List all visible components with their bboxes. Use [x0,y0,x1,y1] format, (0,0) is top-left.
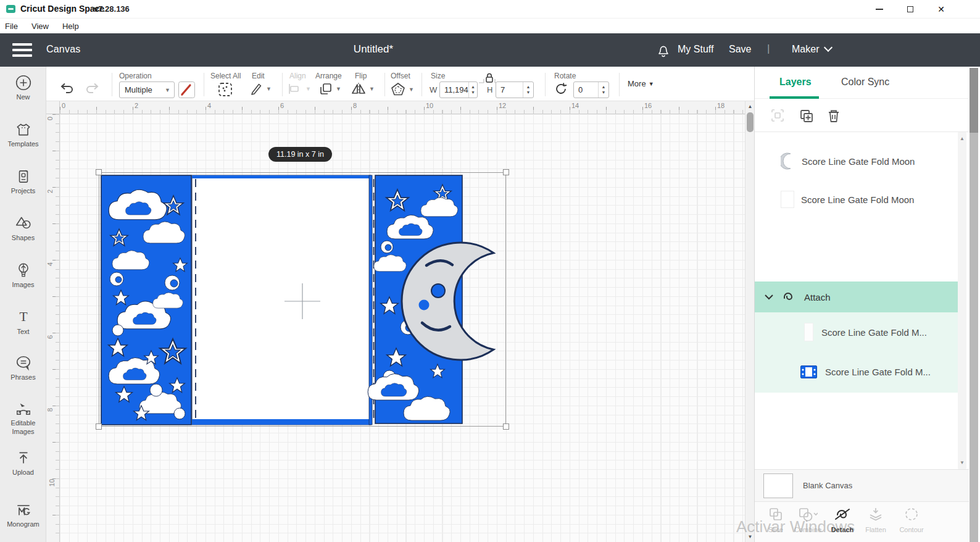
sidebar-item-phrases[interactable]: Phrases [0,354,46,382]
edit-button[interactable]: ▼ [249,81,272,96]
chevron-down-icon [824,43,833,52]
sidebar-item-new[interactable]: New [0,74,46,102]
selection-handle-top-right[interactable] [503,169,509,175]
edit-pencil-icon [249,81,264,96]
pen-color-swatch[interactable] [178,81,195,98]
projects-icon [15,168,32,185]
menu-help[interactable]: Help [62,22,79,31]
scroll-up-icon[interactable]: ▲ [745,104,755,109]
sidebar-item-shapes[interactable]: Shapes [0,215,46,243]
sidebar-item-upload[interactable]: Upload [0,449,46,477]
design-canvas[interactable]: 11.19 in x 7 in [60,114,745,542]
sidebar-item-templates[interactable]: Templates [0,121,46,149]
attach-group-header[interactable]: Attach [755,281,958,312]
selection-handle-top-left[interactable] [96,169,102,175]
svg-text:T: T [19,309,27,324]
window-titlebar: Cricut Design Space v7.28.136 ✕ [0,0,980,19]
flip-button[interactable]: ▼ [351,81,375,96]
detach-button[interactable]: Detach [825,507,860,533]
attach-label: Attach [804,292,831,302]
rotate-input[interactable]: 0 ▲▼ [573,81,609,98]
redo-button[interactable] [85,81,101,95]
scroll-down-icon[interactable]: ▼ [745,534,755,540]
height-stepper[interactable]: ▲▼ [523,82,533,98]
width-stepper[interactable]: ▲▼ [468,82,477,98]
horizontal-ruler: 024681012141618 [60,101,745,114]
sidebar-item-projects[interactable]: Projects [0,168,46,196]
machine-select-dropdown[interactable]: Maker [792,44,831,55]
selection-handle-bottom-left[interactable] [96,423,102,430]
menu-view[interactable]: View [31,22,49,31]
align-caret-icon: ▼ [305,86,311,92]
flatten-button[interactable]: Flatten [858,507,893,533]
delete-trash-icon[interactable] [825,107,842,125]
selection-handle-bottom-right[interactable] [503,423,509,430]
tab-color-sync[interactable]: Color Sync [841,77,889,88]
layer-row-cut[interactable]: Score Line Gate Fold M... [755,352,958,391]
menu-file[interactable]: File [5,22,18,31]
layers-scroll-down-icon[interactable]: ▼ [958,460,966,465]
contour-button[interactable]: Contour [894,507,929,533]
layer-tools-bar: Slice Combine Detach Flatten Contour [755,501,969,542]
slice-button[interactable]: Slice [758,507,793,533]
my-stuff-link[interactable]: My Stuff [678,44,713,55]
layer-row-blank[interactable]: Score Line Gate Fold Moon [755,180,958,219]
undo-button[interactable] [59,81,75,95]
maximize-button[interactable] [896,0,924,19]
layers-scroll-up-icon[interactable]: ▲ [958,136,966,141]
blank-canvas-row[interactable]: Blank Canvas [755,469,969,501]
flatten-icon [868,507,884,522]
duplicate-icon[interactable] [798,107,815,125]
ruler-tick-label: 8 [46,408,54,412]
width-input[interactable]: 11,194 ▲▼ [439,81,478,98]
cricut-logo-icon [6,5,15,13]
ruler-tick-label: 16 [644,102,652,109]
close-button[interactable]: ✕ [927,0,955,19]
align-button[interactable]: ▼ [288,81,311,96]
minimize-button[interactable] [865,0,894,19]
layer-thumb-moon [781,152,795,170]
sidebar-item-text[interactable]: T Text [0,309,46,336]
menubar: File View Help [0,19,980,33]
undo-icon [59,81,75,95]
select-all-label: Select All [210,72,241,80]
layer-row-score-line[interactable]: Score Line Gate Fold M... [755,312,958,352]
select-layers-icon[interactable] [770,107,786,123]
ruler-tick-label: 10 [48,479,56,486]
combine-button[interactable]: Combine [791,507,825,533]
document-title[interactable]: Untitled* [333,43,413,56]
save-link[interactable]: Save [729,44,751,55]
canvas-scroll-thumb[interactable] [747,112,754,132]
sidebar-item-editable-images[interactable]: Editable Images [0,400,46,436]
operation-select[interactable]: Multiple▼ [119,81,175,98]
sidebar-item-images[interactable]: Images [0,262,46,290]
window-scroll-thumb[interactable] [970,68,978,133]
chevron-expand-icon[interactable] [765,294,773,300]
align-label: Align [289,72,306,80]
canvas-vertical-scrollbar[interactable]: ▲ ▼ [745,101,754,542]
rotate-stepper[interactable]: ▲▼ [598,82,608,98]
layer-row-moon[interactable]: Score Line Gate Fold Moon [755,142,958,180]
select-all-button[interactable] [217,81,233,98]
sidebar-item-monogram[interactable]: Monogram [0,501,46,529]
selection-bounding-box[interactable] [99,172,506,427]
more-button[interactable]: More ▼ [628,79,654,88]
editable-images-icon [15,400,32,417]
layers-scrollbar[interactable]: ▲ ▼ [958,132,966,469]
layer-thumb-card [800,365,817,378]
vertical-ruler: 0246810 [46,114,60,542]
flip-label: Flip [355,72,367,80]
hamburger-menu-icon[interactable] [12,43,32,57]
arrange-icon [318,81,333,96]
layers-actions [755,99,969,132]
height-input[interactable]: 7 ▲▼ [496,81,534,98]
offset-button[interactable]: ▼ [390,81,414,98]
tab-layers[interactable]: Layers [779,77,812,88]
arrange-button[interactable]: ▼ [318,81,341,96]
notifications-bell-icon[interactable] [656,43,671,57]
ruler-tick-label: 0 [46,117,54,120]
gate-fold-card-artwork[interactable] [98,172,508,428]
layer-list: Score Line Gate Fold Moon Score Line Gat… [755,132,969,469]
window-scrollbar[interactable] [970,68,978,542]
rotate-button[interactable] [554,81,568,96]
